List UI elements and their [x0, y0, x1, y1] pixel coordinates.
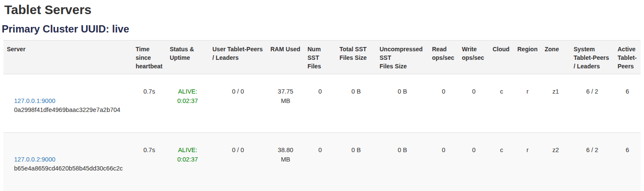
- cell-num-sst-files: 0: [304, 133, 336, 191]
- col-header-num-sst-files: Num SST Files: [304, 41, 336, 74]
- cell-status-uptime: ALIVE: 0:02:37: [166, 133, 209, 191]
- col-header-status-uptime: Status & Uptime: [166, 41, 209, 74]
- cell-status-uptime: ALIVE: 0:02:37: [166, 74, 209, 133]
- col-header-active-tablet-peers: Active Tablet- Peers: [614, 41, 641, 74]
- server-uuid: b65e4a8659cd4620b58b45dd30c66c2c: [14, 164, 129, 173]
- cell-active-tablet-peers: 6: [614, 74, 641, 133]
- cell-total-sst-files-size: 0 B: [336, 133, 376, 191]
- tablet-servers-page: Tablet Servers Primary Cluster UUID: liv…: [0, 0, 644, 191]
- cell-zone: z1: [541, 74, 570, 133]
- cell-user-tablet-peers: 0 / 0: [209, 74, 267, 133]
- server-link[interactable]: 127.0.0.1:9000: [14, 97, 55, 104]
- table-body: 127.0.0.1:9000 0a2998f41dfe4969baac3229e…: [3, 74, 641, 191]
- cell-system-tablet-peers: 6 / 2: [570, 133, 614, 191]
- cell-user-tablet-peers: 0 / 0: [209, 133, 267, 191]
- cell-time-since-heartbeat: 0.7s: [132, 133, 166, 191]
- server-cell: 127.0.0.1:9000 0a2998f41dfe4969baac3229e…: [3, 74, 132, 133]
- cell-write-ops: 0: [458, 74, 489, 133]
- col-header-uncompressed-sst-files-size: Uncompressed SST Files Size: [376, 41, 429, 74]
- table-header: Server Time since heartbeat Status & Upt…: [3, 41, 641, 74]
- table-row: 127.0.0.1:9000 0a2998f41dfe4969baac3229e…: [3, 74, 641, 133]
- col-header-user-tablet-peers: User Tablet-Peers / Leaders: [209, 41, 267, 74]
- col-header-cloud: Cloud: [489, 41, 514, 74]
- col-header-total-sst-files-size: Total SST Files Size: [336, 41, 376, 74]
- col-header-ram-used: RAM Used: [267, 41, 304, 74]
- cell-read-ops: 0: [429, 133, 458, 191]
- cell-zone: z2: [541, 133, 570, 191]
- col-header-server: Server: [3, 41, 132, 74]
- cell-region: r: [514, 74, 541, 133]
- cell-num-sst-files: 0: [304, 74, 336, 133]
- table-row: 127.0.0.2:9000 b65e4a8659cd4620b58b45dd3…: [3, 133, 641, 191]
- cell-ram-used: 37.75 MB: [267, 74, 304, 133]
- page-title: Tablet Servers: [4, 3, 644, 17]
- cell-write-ops: 0: [458, 133, 489, 191]
- col-header-zone: Zone: [541, 41, 570, 74]
- cell-cloud: c: [489, 133, 514, 191]
- cell-system-tablet-peers: 6 / 2: [570, 74, 614, 133]
- cell-total-sst-files-size: 0 B: [336, 74, 376, 133]
- server-link[interactable]: 127.0.0.2:9000: [14, 156, 55, 163]
- col-header-write-ops: Write ops/sec: [458, 41, 489, 74]
- cell-cloud: c: [489, 74, 514, 133]
- cluster-heading: Primary Cluster UUID: live: [2, 24, 644, 35]
- server-cell: 127.0.0.2:9000 b65e4a8659cd4620b58b45dd3…: [3, 133, 132, 191]
- col-header-read-ops: Read ops/sec: [429, 41, 458, 74]
- cell-region: r: [514, 133, 541, 191]
- cell-uncompressed-sst-files-size: 0 B: [376, 74, 429, 133]
- tablet-servers-table: Server Time since heartbeat Status & Upt…: [3, 40, 641, 191]
- cell-active-tablet-peers: 6: [614, 133, 641, 191]
- server-uuid: 0a2998f41dfe4969baac3229e7a2b704: [14, 106, 129, 115]
- cell-time-since-heartbeat: 0.7s: [132, 74, 166, 133]
- header-row: Server Time since heartbeat Status & Upt…: [3, 41, 641, 74]
- cell-read-ops: 0: [429, 74, 458, 133]
- col-header-time-since-heartbeat: Time since heartbeat: [132, 41, 166, 74]
- col-header-system-tablet-peers: System Tablet-Peers / Leaders: [570, 41, 614, 74]
- cell-uncompressed-sst-files-size: 0 B: [376, 133, 429, 191]
- cell-ram-used: 38.80 MB: [267, 133, 304, 191]
- col-header-region: Region: [514, 41, 541, 74]
